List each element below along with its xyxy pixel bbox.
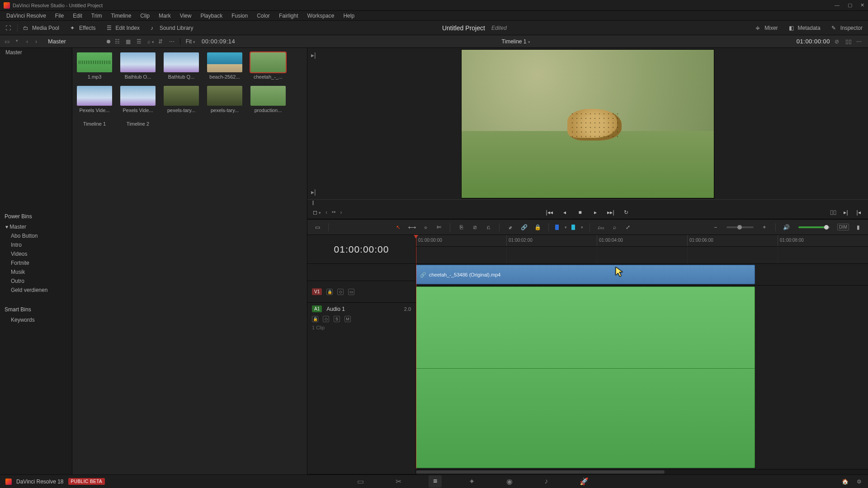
audio-track-a1-lane[interactable] <box>416 286 868 469</box>
window-minimize-button[interactable]: — <box>835 2 840 8</box>
home-button[interactable]: 🏠 <box>842 479 849 485</box>
audio-meter-icon[interactable]: ▮ <box>854 223 863 232</box>
menu-fusion[interactable]: Fusion <box>227 13 252 19</box>
media-clip-thumbnail[interactable]: pexels-tary... <box>164 86 199 113</box>
menu-clip[interactable]: Clip <box>136 13 154 19</box>
sound-library-toggle[interactable]: ♪Sound Library <box>145 21 199 35</box>
window-close-button[interactable]: ✕ <box>860 2 864 8</box>
menu-mark[interactable]: Mark <box>154 13 175 19</box>
media-pool-toggle[interactable]: 🗀Media Pool <box>18 21 65 35</box>
full-screen-toggle[interactable]: ⛶ <box>0 21 17 35</box>
menu-fairlight[interactable]: Fairlight <box>274 13 303 19</box>
viewer-next-edit-top[interactable]: ▸| <box>311 52 316 59</box>
menu-file[interactable]: File <box>51 13 68 19</box>
a1-solo[interactable]: S <box>334 316 340 322</box>
play-button[interactable]: ▸ <box>591 209 599 216</box>
link-toggle[interactable]: 🔗 <box>519 223 528 232</box>
match-frame-next[interactable]: › <box>340 209 342 216</box>
zoom-in[interactable]: + <box>760 223 769 232</box>
v1-lock-icon[interactable]: 🔒 <box>326 289 333 295</box>
timeline-timecode[interactable]: 01:00:00:00 <box>307 235 415 264</box>
media-clip-thumbnail[interactable]: pexels-tary... <box>207 86 242 113</box>
a1-auto-select[interactable]: ◇ <box>323 316 329 322</box>
play-reverse[interactable]: ◂ <box>561 209 569 216</box>
mixer-toggle[interactable]: ≑Mixer <box>750 21 783 35</box>
menu-trim[interactable]: Trim <box>87 13 107 19</box>
video-clip-cheetah[interactable]: 🔗cheetah_-_53486 (Original).mp4 <box>416 265 755 284</box>
video-track-header-v1[interactable]: V1 🔒 ◇ ▭ <box>307 281 415 303</box>
transform-overlay[interactable]: ◻ <box>313 209 321 216</box>
page-fairlight[interactable]: ♪ <box>540 475 552 488</box>
a1-badge[interactable]: A1 <box>312 305 322 312</box>
power-bin-item[interactable]: Intro <box>0 240 72 249</box>
media-clip-thumbnail[interactable]: Pexels Vide... <box>120 86 156 113</box>
pool-options[interactable]: ⋯ <box>169 38 175 45</box>
power-bin-item[interactable]: Outro <box>0 277 72 286</box>
menu-edit[interactable]: Edit <box>68 13 87 19</box>
search-button[interactable]: ⌕ <box>147 38 154 45</box>
inspector-toggle[interactable]: ✎Inspector <box>826 21 868 35</box>
page-color[interactable]: ◉ <box>502 475 517 488</box>
monitor-volume-slider[interactable] <box>798 226 830 228</box>
power-bin-item[interactable]: Abo Button <box>0 231 72 240</box>
zoom-out[interactable]: − <box>711 223 720 232</box>
sidebar-master-bin[interactable]: Master <box>0 48 72 57</box>
power-bins-master[interactable]: ▾ Master <box>0 222 72 231</box>
record-timecode[interactable]: 01:00:00:00 <box>797 38 830 45</box>
menu-color[interactable]: Color <box>252 13 274 19</box>
overwrite-clip[interactable]: ⎚ <box>470 223 479 232</box>
snapping-toggle[interactable]: ⸙ <box>506 223 515 232</box>
timeline-ruler[interactable]: 01:00:00:0001:00:02:0001:00:04:0001:00:0… <box>416 235 868 247</box>
next-marker-icon[interactable]: ▸| <box>842 209 850 216</box>
prev-marker-icon[interactable]: |◂ <box>854 209 863 216</box>
flag-dropdown[interactable] <box>555 225 559 230</box>
media-clip-thumbnail[interactable]: beach-2562... <box>207 52 242 80</box>
bypass-grades-icon[interactable]: ⊘ <box>835 38 841 45</box>
go-first-frame[interactable]: |◂◂ <box>545 209 553 216</box>
power-bin-item[interactable]: Videos <box>0 249 72 258</box>
media-clip-thumbnail[interactable]: Pexels Vide... <box>77 86 112 113</box>
in-out-range-icon[interactable]: ⌷⌷ <box>829 209 837 216</box>
page-media[interactable]: ▭ <box>353 475 368 488</box>
menu-workspace[interactable]: Workspace <box>303 13 339 19</box>
timeline-selector[interactable]: Timeline 1 <box>502 38 530 45</box>
edit-index-toggle[interactable]: ☰Edit Index <box>101 21 145 35</box>
dim-button[interactable]: DIM <box>837 224 849 230</box>
sort-button[interactable]: ⇵ <box>158 38 165 45</box>
a1-lock-icon[interactable]: 🔒 <box>312 316 318 322</box>
audio-clip[interactable] <box>416 286 755 468</box>
project-settings-button[interactable]: ⚙ <box>857 479 862 485</box>
trim-tool[interactable]: ⟷ <box>407 223 416 232</box>
menu-help[interactable]: Help <box>339 13 359 19</box>
bin-options[interactable] <box>14 38 21 45</box>
view-thumbnails[interactable]: ▦ <box>126 38 132 45</box>
metadata-toggle[interactable]: ◧Metadata <box>783 21 826 35</box>
viewer-next-edit-bot[interactable]: ▸| <box>311 188 316 196</box>
media-clip-thumbnail[interactable]: Bathtub Q... <box>164 52 199 80</box>
v1-auto-select[interactable]: ◇ <box>337 289 344 295</box>
power-bin-item[interactable]: Musik <box>0 267 72 277</box>
menu-davinci-resolve[interactable]: DaVinci Resolve <box>2 13 51 19</box>
nav-back[interactable]: ‹ <box>24 38 30 45</box>
page-cut[interactable]: ✂ <box>391 475 406 488</box>
window-maximize-button[interactable]: ▢ <box>848 2 852 8</box>
view-thumbnail-metadata[interactable]: ☷ <box>115 38 121 45</box>
media-clip-thumbnail[interactable]: Bathtub O... <box>120 52 156 80</box>
menu-view[interactable]: View <box>175 13 196 19</box>
dynamic-trim-tool[interactable]: ⟐ <box>421 223 430 232</box>
single-dual-viewer[interactable]: ▯▯ <box>845 38 852 45</box>
position-lock[interactable]: 🔒 <box>533 223 542 232</box>
media-clip-thumbnail[interactable]: cheetah_-_... <box>250 52 286 80</box>
menu-playback[interactable]: Playback <box>196 13 227 19</box>
media-clip-thumbnail[interactable]: 1.mp3 <box>77 52 112 80</box>
monitor-volume-icon[interactable]: 🔊 <box>782 223 791 232</box>
breadcrumb[interactable]: Master <box>43 38 71 45</box>
playhead[interactable] <box>413 235 419 239</box>
power-bin-item[interactable]: Fortnite <box>0 258 72 267</box>
marker-dropdown[interactable] <box>571 225 575 230</box>
bin-list-toggle[interactable]: ▭ <box>5 38 11 45</box>
zoom-full-icon[interactable]: ⤢ <box>623 223 632 232</box>
media-clip-thumbnail[interactable]: production... <box>250 86 286 113</box>
timeline-zoom-slider[interactable] <box>726 226 754 228</box>
effects-toggle[interactable]: ✦Effects <box>65 21 101 35</box>
